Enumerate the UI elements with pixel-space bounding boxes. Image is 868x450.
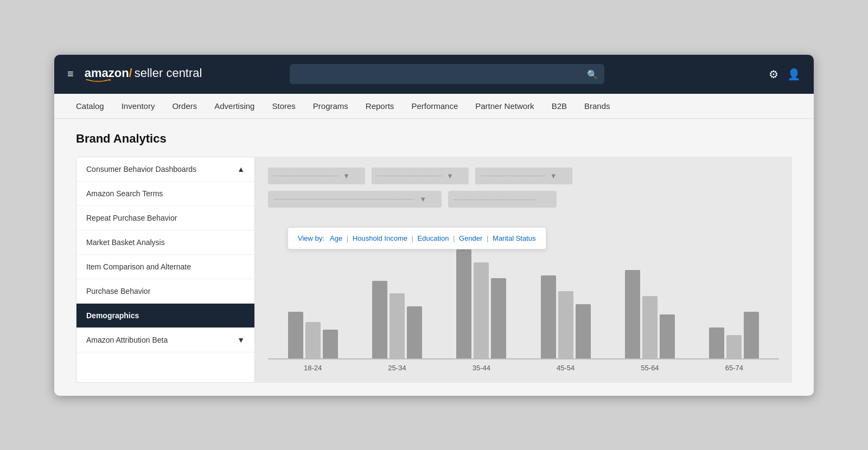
logo: amazon/ seller central (85, 66, 202, 82)
x-label: 18-24 (279, 364, 347, 372)
app-container: ≡ amazon/ seller central 🔍 ⚙ 👤 (54, 55, 814, 396)
bar (558, 291, 573, 358)
sidebar-item-market-basket[interactable]: Market Basket Analysis (76, 230, 254, 255)
nav-reports[interactable]: Reports (366, 101, 394, 111)
sidebar-item-item-comparison[interactable]: Item Comparison and Alternate (76, 255, 254, 279)
filter-2-value: ──────────────── (377, 172, 442, 179)
filter-dropdown-2[interactable]: ──────────────── ▼ (372, 168, 469, 184)
nav-icons: ⚙ 👤 (769, 68, 801, 81)
filter-dropdown-3[interactable]: ──────────────── ▼ (475, 168, 572, 184)
dropdown-1-arrow: ▼ (343, 172, 350, 180)
bar-group (448, 249, 515, 358)
bar-group (616, 270, 684, 358)
search-input[interactable] (290, 64, 604, 84)
x-label: 25-34 (363, 364, 431, 372)
filter-dropdown-1[interactable]: ──────────────── ▼ (268, 168, 365, 184)
bar-group (363, 281, 431, 358)
bar (288, 312, 303, 358)
filter-4-value: ──────────────────────────────── (273, 195, 414, 203)
secondary-nav: Catalog Inventory Orders Advertising Sto… (54, 94, 814, 119)
x-labels: 18-2425-3435-4445-5455-6465-74 (268, 359, 779, 372)
search-icon: 🔍 (587, 69, 598, 79)
filter-row-2: ──────────────────────────────── ▼ ─────… (268, 191, 779, 208)
page-content: Brand Analytics Consumer Behavior Dashbo… (54, 119, 814, 396)
tooltip-option-age[interactable]: Age (330, 234, 342, 242)
bar (726, 335, 742, 358)
sidebar-item-repeat-purchase[interactable]: Repeat Purchase Behavior (76, 206, 254, 230)
bar (709, 327, 724, 358)
bar (474, 262, 489, 358)
bar (642, 296, 658, 358)
bar (491, 278, 506, 358)
sidebar-item-demographics[interactable]: Demographics (76, 304, 254, 328)
chevron-down-icon: ▼ (237, 336, 245, 344)
sidebar: Consumer Behavior Dashboards ▲ Amazon Se… (76, 157, 255, 383)
bar (305, 322, 321, 358)
tooltip-popup: View by: Age | Houshold Income | Educati… (288, 227, 546, 249)
top-nav: ≡ amazon/ seller central 🔍 ⚙ 👤 (54, 55, 814, 94)
bar-group (279, 312, 347, 358)
bar (660, 314, 675, 358)
bar (625, 270, 640, 358)
bar (456, 249, 471, 358)
nav-orders[interactable]: Orders (172, 101, 197, 111)
nav-b2b[interactable]: B2B (552, 101, 567, 111)
tooltip-option-marital[interactable]: Marital Status (493, 234, 535, 242)
nav-partner-network[interactable]: Partner Network (475, 101, 534, 111)
bar (407, 306, 422, 358)
x-label: 35-44 (448, 364, 515, 372)
filter-row-1: ──────────────── ▼ ──────────────── ▼ ──… (268, 168, 779, 184)
user-icon[interactable]: 👤 (787, 68, 801, 81)
tooltip-label: View by: (298, 234, 324, 242)
dropdown-3-arrow: ▼ (550, 172, 557, 180)
nav-catalog[interactable]: Catalog (76, 101, 104, 111)
sidebar-item-amazon-search-terms[interactable]: Amazon Search Terms (76, 182, 254, 206)
bar (744, 312, 759, 358)
main-layout: Consumer Behavior Dashboards ▲ Amazon Se… (76, 157, 792, 383)
bar (541, 275, 556, 358)
page-title: Brand Analytics (76, 132, 792, 146)
dropdown-2-arrow: ▼ (446, 172, 454, 180)
nav-programs[interactable]: Programs (313, 101, 348, 111)
nav-inventory[interactable]: Inventory (122, 101, 155, 111)
bar-group (532, 275, 599, 358)
filter-1-value: ──────────────── (273, 172, 339, 179)
filter-dropdown-4[interactable]: ──────────────────────────────── ▼ (268, 191, 442, 208)
sidebar-section-header[interactable]: Consumer Behavior Dashboards ▲ (76, 157, 254, 182)
x-label: 65-74 (700, 364, 768, 372)
x-label: 55-64 (616, 364, 684, 372)
tooltip-option-education[interactable]: Education (418, 234, 449, 242)
nav-advertising[interactable]: Advertising (214, 101, 254, 111)
chart-area: ──────────────── ▼ ──────────────── ▼ ──… (255, 157, 792, 383)
hamburger-icon[interactable]: ≡ (67, 68, 74, 80)
amazon-smile-icon (85, 78, 112, 82)
sidebar-item-purchase-behavior[interactable]: Purchase Behavior (76, 279, 254, 304)
amazon-attribution-label: Amazon Attribution Beta (86, 336, 168, 344)
chevron-up-icon: ▲ (237, 165, 245, 173)
settings-icon[interactable]: ⚙ (769, 68, 778, 81)
tooltip-option-income[interactable]: Houshold Income (353, 234, 407, 242)
sidebar-section-label: Consumer Behavior Dashboards (86, 165, 196, 173)
bar (372, 281, 387, 358)
bar (576, 304, 591, 358)
filter-input-5[interactable]: ──────────────── (448, 191, 557, 208)
search-bar: 🔍 (290, 64, 604, 84)
nav-performance[interactable]: Performance (411, 101, 458, 111)
dropdown-4-arrow: ▼ (419, 195, 426, 203)
filter-3-value: ──────────────── (481, 172, 546, 179)
sidebar-item-amazon-attribution[interactable]: Amazon Attribution Beta ▼ (76, 328, 254, 352)
nav-brands[interactable]: Brands (584, 101, 610, 111)
logo-seller-central-text: seller central (135, 66, 202, 80)
bar (390, 293, 405, 358)
bar-group (700, 312, 768, 358)
x-label: 45-54 (532, 364, 599, 372)
filter-5-value: ──────────────── (454, 196, 536, 203)
nav-stores[interactable]: Stores (272, 101, 295, 111)
tooltip-option-gender[interactable]: Gender (459, 234, 482, 242)
bar (323, 330, 338, 358)
